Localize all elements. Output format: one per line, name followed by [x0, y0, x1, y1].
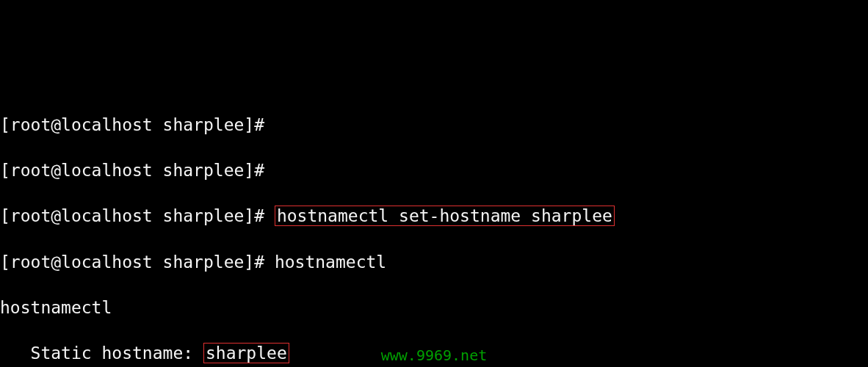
- prompt-line-1: [root@localhost sharplee]#: [0, 114, 868, 137]
- label-static-hostname: Static hostname:: [0, 344, 203, 363]
- prompt-text: [root@localhost sharplee]#: [0, 252, 275, 272]
- prompt-line-3: [root@localhost sharplee]# hostnamectl s…: [0, 205, 868, 228]
- echo-line: hostnamectl: [0, 297, 868, 319]
- terminal-output: [root@localhost sharplee]# [root@localho…: [0, 91, 868, 367]
- prompt-line-2: [root@localhost sharplee]#: [0, 159, 868, 182]
- prompt-text: [root@localhost sharplee]#: [0, 206, 275, 225]
- command-set-hostname: hostnamectl set-hostname sharplee: [275, 206, 615, 226]
- prompt-line-4: [root@localhost sharplee]# hostnamectl: [0, 251, 868, 274]
- watermark-text: www.9969.net: [381, 346, 488, 366]
- value-static-hostname: sharplee: [203, 343, 289, 363]
- command-hostnamectl: hostnamectl: [275, 252, 386, 272]
